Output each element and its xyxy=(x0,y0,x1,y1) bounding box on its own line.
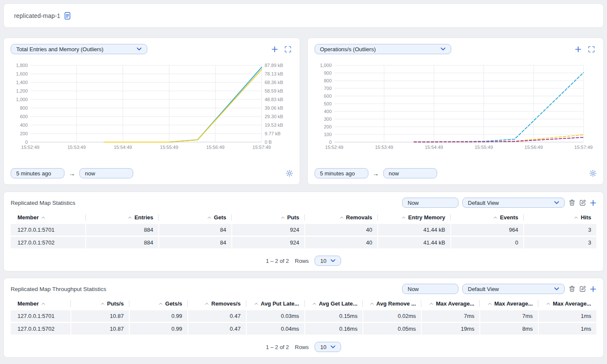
svg-text:9.77 kB: 9.77 kB xyxy=(265,131,280,136)
fullscreen-icon[interactable] xyxy=(285,46,291,52)
column-header-gets[interactable]: Gets xyxy=(159,212,231,223)
cell-max-average: 7ms xyxy=(480,310,538,322)
view-select[interactable]: Default View xyxy=(462,284,565,294)
svg-text:15:54:49: 15:54:49 xyxy=(114,145,132,150)
svg-text:15:52:49: 15:52:49 xyxy=(325,145,343,150)
table-time-input[interactable]: Now xyxy=(402,284,458,294)
svg-text:15:55:49: 15:55:49 xyxy=(160,145,178,150)
table-time-input[interactable]: Now xyxy=(402,198,458,208)
add-chart-button[interactable] xyxy=(575,46,581,52)
cell-avg-put-late: 0.04ms xyxy=(247,323,304,335)
column-header-events[interactable]: Events xyxy=(451,212,523,223)
cell-max-average: 1ms xyxy=(539,323,596,335)
delete-view-icon[interactable] xyxy=(569,199,575,206)
column-header-hits[interactable]: Hits xyxy=(524,212,596,223)
table-header-row: MemberEntriesGetsPutsRemovalsEntry Memor… xyxy=(11,212,596,223)
column-header-puts-s[interactable]: Puts/s xyxy=(71,298,129,309)
table-row[interactable]: 127.0.0.1:570210.870.990.470.04ms0.16ms0… xyxy=(11,323,596,335)
column-header-member[interactable]: Member xyxy=(11,212,85,223)
cell-gets-s: 0.99 xyxy=(130,323,187,335)
cell-max-average: 7ms xyxy=(422,310,479,322)
rows-per-page-select[interactable]: 10 xyxy=(315,342,341,352)
column-label: Avg Get Late... xyxy=(319,300,358,307)
rows-per-page-select[interactable]: 10 xyxy=(315,256,341,266)
view-select[interactable]: Default View xyxy=(462,198,565,208)
sort-caret-icon xyxy=(340,216,344,219)
settings-gear-icon[interactable] xyxy=(286,170,293,177)
time-to-input[interactable]: now xyxy=(383,168,437,178)
page-header: replicated-map-1 xyxy=(3,3,604,28)
sort-caret-icon xyxy=(205,303,209,305)
column-header-max-average[interactable]: Max Average... xyxy=(480,298,538,309)
cell-avg-get-late: 0.16ms xyxy=(305,323,363,335)
svg-text:39.06 kB: 39.06 kB xyxy=(265,105,283,111)
column-header-member[interactable]: Member xyxy=(11,298,70,309)
svg-text:15:57:49: 15:57:49 xyxy=(574,145,592,150)
column-label: Max Average... xyxy=(436,300,474,307)
chart-metric-select[interactable]: Total Entries and Memory (Outliers) xyxy=(11,44,147,54)
table-row[interactable]: 127.0.0.1:570110.870.990.470.03ms0.15ms0… xyxy=(11,310,596,322)
page-title: replicated-map-1 xyxy=(14,12,60,19)
svg-text:0 B: 0 B xyxy=(265,140,272,145)
chevron-down-icon xyxy=(330,345,336,349)
series-entry-memory xyxy=(104,70,262,142)
column-header-avg-remove[interactable]: Avg Remove ... xyxy=(363,298,421,309)
column-header-removals[interactable]: Removals xyxy=(305,212,377,223)
delete-view-icon[interactable] xyxy=(569,285,575,292)
cell-avg-put-late: 0.03ms xyxy=(247,310,304,322)
chevron-down-icon xyxy=(554,201,559,204)
svg-text:0: 0 xyxy=(329,140,331,145)
add-view-icon[interactable] xyxy=(590,286,596,292)
time-to-input[interactable]: now xyxy=(79,168,133,178)
time-from-input[interactable]: 5 minutes ago xyxy=(315,168,368,178)
series-ops-purple xyxy=(414,137,583,142)
svg-text:1,400: 1,400 xyxy=(16,80,28,85)
column-header-entry-memory[interactable]: Entry Memory xyxy=(378,212,450,223)
operations-chart: 1,000900800700600500400300200100015:52:4… xyxy=(315,62,596,154)
fullscreen-icon[interactable] xyxy=(588,46,595,52)
table-time-value: Now xyxy=(408,286,419,292)
column-header-gets-s[interactable]: Gets/s xyxy=(130,298,187,309)
column-label: Member xyxy=(18,300,39,307)
cell-puts: 924 xyxy=(232,237,304,248)
add-view-icon[interactable] xyxy=(590,200,596,206)
table-row[interactable]: 127.0.0.1:5702884849244041.44 kB03 xyxy=(11,237,596,248)
cell-removes-s: 0.47 xyxy=(188,310,246,322)
column-header-removes-s[interactable]: Removes/s xyxy=(188,298,246,309)
cell-max-average: 8ms xyxy=(480,323,538,335)
sort-caret-icon xyxy=(546,303,550,305)
series-ops-blue xyxy=(414,73,583,142)
table-row[interactable]: 127.0.0.1:5701884849244041.44 kB9643 xyxy=(11,224,596,236)
svg-text:100: 100 xyxy=(324,132,331,137)
svg-text:1,000: 1,000 xyxy=(16,97,28,102)
column-header-max-average[interactable]: Max Average... xyxy=(422,298,479,309)
cell-gets: 84 xyxy=(159,237,231,248)
svg-text:500: 500 xyxy=(324,101,331,106)
sort-caret-icon xyxy=(101,303,105,305)
edit-view-icon[interactable] xyxy=(579,199,586,206)
document-icon[interactable] xyxy=(64,12,71,20)
column-header-puts[interactable]: Puts xyxy=(232,212,304,223)
cell-max-average: 1ms xyxy=(539,310,596,322)
settings-gear-icon[interactable] xyxy=(589,170,596,177)
svg-text:800: 800 xyxy=(20,105,28,111)
time-from-value: 5 minutes ago xyxy=(320,170,355,177)
column-header-avg-get-late[interactable]: Avg Get Late... xyxy=(305,298,363,309)
column-label: Puts/s xyxy=(107,300,124,307)
time-from-input[interactable]: 5 minutes ago xyxy=(11,168,64,178)
column-header-entries[interactable]: Entries xyxy=(86,212,158,223)
pagination-range: 1 – 2 of 2 xyxy=(266,344,289,350)
chart-metric-select[interactable]: Operations/s (Outliers) xyxy=(315,44,451,54)
column-header-max-average[interactable]: Max Average... xyxy=(539,298,596,309)
rows-label: Rows xyxy=(295,344,309,350)
edit-view-icon[interactable] xyxy=(579,285,586,292)
svg-text:78.13 kB: 78.13 kB xyxy=(265,71,283,76)
column-header-avg-put-late[interactable]: Avg Put Late... xyxy=(247,298,304,309)
column-label: Events xyxy=(500,214,518,221)
column-label: Entries xyxy=(134,214,153,221)
add-chart-button[interactable] xyxy=(271,46,278,52)
cell-puts-s: 10.87 xyxy=(71,323,129,335)
cell-puts-s: 10.87 xyxy=(71,310,129,322)
entries-memory-chart: 1,8001,6001,4001,2001,000800600400200087… xyxy=(11,62,292,154)
time-from-value: 5 minutes ago xyxy=(16,170,51,177)
